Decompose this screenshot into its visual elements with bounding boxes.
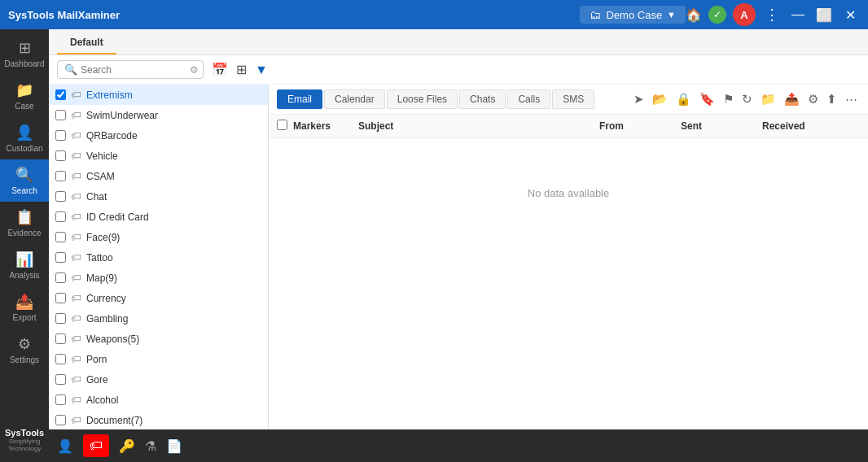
sidebar-label-settings: Settings [10,355,39,364]
toolbar-icons: 📅 ⊞ ▼ [210,60,270,79]
home-button[interactable]: 🏠 [686,7,702,23]
filter-bottom-button[interactable]: ⚗ [145,438,156,454]
forward-button[interactable]: ➤ [631,90,647,108]
refresh-button[interactable]: ↻ [739,90,755,108]
case-icon: 📁 [15,81,33,99]
tag-bottom-button[interactable]: 🏷 [83,434,109,457]
tab-bar: Default [49,29,868,55]
tab-default[interactable]: Default [57,32,116,54]
list-item-chat[interactable]: 🏷 Chat [49,186,268,207]
list-item-extremism[interactable]: 🏷 Extremism [49,85,268,105]
sidebar-item-dashboard[interactable]: ⊞ Dashboard [0,33,49,75]
export-email-button[interactable]: 📤 [782,90,802,108]
bookmark-button[interactable]: 🔖 [697,90,717,108]
sidebar-item-export[interactable]: 📤 Export [0,286,49,329]
filter-button[interactable]: ▼ [253,61,270,79]
grid-view-button[interactable]: ⊞ [235,60,248,79]
email-tab-email[interactable]: Email [277,89,322,109]
list-item-gambling[interactable]: 🏷 Gambling [49,308,268,329]
folder-open-button[interactable]: 📂 [650,90,670,108]
settings-email-button[interactable]: ⚙ [805,90,821,108]
list-checkbox-chat[interactable] [55,191,66,202]
titlebar-actions: 🏠 ✓ A ⋮ — ⬜ ✕ [686,3,860,26]
search-input[interactable] [81,64,186,76]
list-item-qrbarcode[interactable]: 🏷 QRBarcode [49,125,268,146]
list-item-face[interactable]: 🏷 Face(9) [49,227,268,247]
panels: 🏷 Extremism 🏷 SwimUnderwear 🏷 QRBarcode … [49,85,868,429]
sidebar-item-evidence[interactable]: 📋 Evidence [0,202,49,244]
minimize-button[interactable]: — [788,5,808,24]
sidebar-bottom: SysTools Simplifying Technology [0,425,49,462]
list-item-tattoo[interactable]: 🏷 Tattoo [49,247,268,268]
flag-button[interactable]: ⚑ [721,90,736,108]
more-options-button[interactable]: ⋮ [762,5,782,24]
calendar-icon-button[interactable]: 📅 [210,60,230,79]
maximize-button[interactable]: ⬜ [814,5,834,24]
email-tab-calendar[interactable]: Calendar [324,89,385,109]
list-checkbox-extremism[interactable] [55,89,66,100]
list-checkbox-qrbarcode[interactable] [55,130,66,141]
list-checkbox-currency[interactable] [55,293,66,303]
list-checkbox-weapons[interactable] [55,333,66,344]
sidebar-item-settings[interactable]: ⚙ Settings [0,329,49,371]
list-item-id-credit-card[interactable]: 🏷 ID Credit Card [49,207,268,227]
list-item-csam[interactable]: 🏷 CSAM [49,166,268,186]
list-item-map[interactable]: 🏷 Map(9) [49,268,268,288]
case-dropdown-arrow[interactable]: ▼ [667,10,676,20]
upload-button[interactable]: ⬆ [824,90,840,108]
list-checkbox-alcohol[interactable] [55,394,66,405]
list-checkbox-id-credit-card[interactable] [55,211,66,222]
document-bottom-button[interactable]: 📄 [166,438,182,454]
email-tabs: Email Calendar Loose Files Chats Calls S… [277,89,594,109]
sidebar-item-custodian[interactable]: 👤 Custodian [0,117,49,159]
list-checkbox-csam[interactable] [55,171,66,181]
email-list-header: Markers Subject From Sent Received [269,115,868,138]
dashboard-icon: ⊞ [19,39,31,57]
list-item-swimunderwear[interactable]: 🏷 SwimUnderwear [49,105,268,125]
list-label-alcohol: Alcohol [86,394,118,406]
select-all-checkbox[interactable] [277,120,287,130]
list-checkbox-tattoo[interactable] [55,252,66,263]
main-layout: ⊞ Dashboard 📁 Case 👤 Custodian 🔍 Search … [0,29,868,462]
list-checkbox-vehicle[interactable] [55,150,66,161]
list-item-weapons[interactable]: 🏷 Weapons(5) [49,329,268,349]
tag-icon-vehicle: 🏷 [71,150,81,162]
titlebar: SysTools MailXaminer 🗂 Demo Case ▼ 🏠 ✓ A… [0,0,868,29]
email-tab-loose-files[interactable]: Loose Files [387,89,458,109]
search-settings-icon[interactable]: ⚙ [190,64,199,76]
list-item-document[interactable]: 🏷 Document(7) [49,410,268,429]
list-checkbox-gambling[interactable] [55,313,66,324]
sidebar-item-case[interactable]: 📁 Case [0,75,49,117]
list-item-currency[interactable]: 🏷 Currency [49,288,268,308]
list-item-gore[interactable]: 🏷 Gore [49,369,268,390]
list-label-map: Map(9) [86,272,117,284]
list-checkbox-face[interactable] [55,232,66,242]
list-item-alcohol[interactable]: 🏷 Alcohol [49,390,268,410]
more-button[interactable]: ⋯ [843,90,860,108]
user-bottom-button[interactable]: 👤 [57,438,73,454]
list-checkbox-document[interactable] [55,415,66,425]
list-checkbox-gore[interactable] [55,374,66,385]
list-checkbox-swimunderwear[interactable] [55,110,66,120]
list-item-vehicle[interactable]: 🏷 Vehicle [49,146,268,166]
close-button[interactable]: ✕ [840,5,860,24]
list-label-csam: CSAM [86,171,115,182]
list-checkbox-porn[interactable] [55,354,66,364]
list-label-currency: Currency [86,293,126,304]
case-label: Demo Case [606,9,662,21]
sidebar-label-search: Search [11,186,37,195]
lock-button[interactable]: 🔒 [673,90,694,108]
avatar-button[interactable]: A [733,3,756,26]
list-checkbox-map[interactable] [55,272,66,283]
sidebar-item-search[interactable]: 🔍 Search [0,159,49,202]
email-tab-sms[interactable]: SMS [552,89,594,109]
email-tab-chats[interactable]: Chats [459,89,506,109]
email-tab-calls[interactable]: Calls [507,89,550,109]
folder-button[interactable]: 📁 [758,90,778,108]
key-bottom-button[interactable]: 🔑 [119,438,135,454]
brand-tagline: Simplifying Technology [3,438,46,452]
sidebar-item-analysis[interactable]: 📊 Analysis [0,244,49,286]
list-item-porn[interactable]: 🏷 Porn [49,349,268,369]
list-label-tattoo: Tattoo [86,252,113,264]
search-box: 🔍 ⚙ [57,60,204,79]
